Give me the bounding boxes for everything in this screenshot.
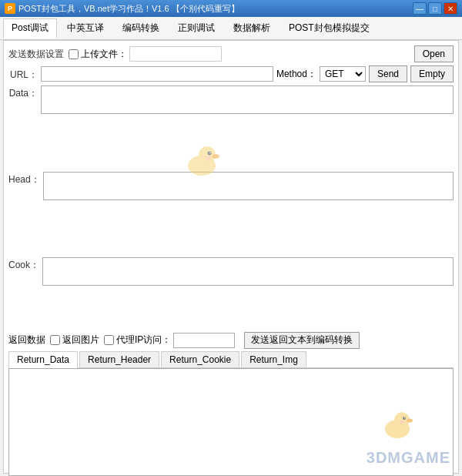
encode-button[interactable]: 发送返回文本到编码转换 (244, 332, 360, 349)
cook-label: Cook： (8, 257, 39, 272)
head-textarea-box (43, 172, 454, 200)
data-textarea[interactable] (42, 86, 453, 111)
method-select[interactable]: GET POST (320, 66, 366, 82)
return-img-checkbox[interactable] (50, 335, 60, 345)
main-content: 发送数据设置 上传文件： Open URL： Method： GET POST … (3, 40, 459, 474)
tab-regex-test[interactable]: 正则调试 (169, 18, 223, 38)
send-settings-row: 发送数据设置 上传文件： Open (8, 45, 454, 62)
tab-return-cookie[interactable]: Return_Cookie (161, 351, 239, 367)
upload-checkbox-group: 上传文件： (69, 46, 222, 62)
tab-post-simulate[interactable]: POST封包模拟提交 (280, 18, 378, 38)
close-button[interactable]: ✕ (444, 2, 457, 15)
send-settings-label: 发送数据设置 (8, 48, 64, 61)
menu-bar: Post调试 中英互译 编码转换 正则调试 数据解析 POST封包模拟提交 (0, 17, 462, 40)
send-button[interactable]: Send (369, 65, 407, 82)
tab-return-img[interactable]: Return_Img (241, 351, 306, 367)
window-controls: — □ ✕ (413, 2, 457, 15)
return-textarea-box (8, 368, 454, 476)
upload-checkbox[interactable] (69, 49, 79, 59)
method-label: Method： (276, 68, 316, 81)
head-label: Head： (8, 172, 40, 186)
url-input[interactable] (41, 66, 273, 82)
proxy-ip-group: 代理IP访问： (104, 333, 235, 348)
proxy-ip-label: 代理IP访问： (116, 334, 171, 347)
title-bar: P POST封包工具，VB.net学习作品！V1.6 【个别代码重写】 — □ … (0, 0, 462, 17)
head-textarea[interactable] (44, 173, 453, 197)
tab-return-data[interactable]: Return_Data (8, 351, 78, 368)
return-img-label: 返回图片 (62, 334, 99, 347)
proxy-ip-input[interactable] (173, 333, 235, 348)
tab-data-parse[interactable]: 数据解析 (225, 18, 279, 38)
url-row: URL： Method： GET POST Send Empty (8, 65, 454, 82)
data-label: Data： (8, 85, 38, 100)
maximize-button[interactable]: □ (428, 2, 442, 15)
data-field-row: Data： (8, 85, 454, 169)
return-img-group: 返回图片 (50, 334, 99, 347)
upload-label: 上传文件： (81, 48, 127, 61)
tab-return-header[interactable]: Return_Header (79, 351, 159, 367)
return-top-row: 返回数据 返回图片 代理IP访问： 发送返回文本到编码转换 (8, 330, 454, 351)
empty-button[interactable]: Empty (410, 65, 454, 82)
open-button[interactable]: Open (414, 45, 454, 62)
return-tabs-bar: Return_Data Return_Header Return_Cookie … (8, 351, 454, 368)
minimize-button[interactable]: — (413, 2, 427, 15)
proxy-ip-checkbox[interactable] (104, 335, 114, 345)
tab-encode-convert[interactable]: 编码转换 (114, 18, 168, 38)
title-bar-left: P POST封包工具，VB.net学习作品！V1.6 【个别代码重写】 (5, 3, 239, 15)
app-icon: P (5, 3, 15, 14)
file-input[interactable] (129, 46, 222, 62)
tab-cn-en[interactable]: 中英互译 (59, 18, 112, 38)
url-label: URL： (8, 67, 38, 82)
return-content-textarea[interactable] (9, 369, 453, 475)
data-textarea-box (41, 85, 454, 114)
cook-field-row: Cook： (8, 257, 454, 327)
window-title: POST封包工具，VB.net学习作品！V1.6 【个别代码重写】 (18, 3, 239, 15)
tab-post-test[interactable]: Post调试 (3, 18, 57, 39)
cook-textarea[interactable] (43, 258, 453, 283)
return-data-label: 返回数据 (8, 334, 45, 347)
return-section: 返回数据 返回图片 代理IP访问： 发送返回文本到编码转换 Return_Dat… (8, 330, 454, 468)
head-field-row: Head： (8, 172, 454, 255)
cook-textarea-box (42, 257, 454, 286)
